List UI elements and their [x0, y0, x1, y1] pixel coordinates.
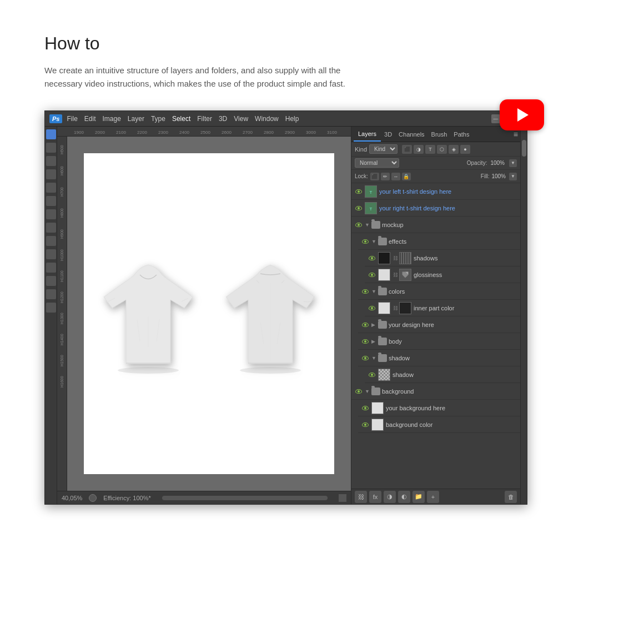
layer-item-glossiness[interactable]: ⛓ glossiness — [365, 266, 520, 283]
layer-item-your-design[interactable]: ▶ your design here — [358, 316, 520, 333]
youtube-play-button[interactable] — [500, 99, 544, 130]
layer-eye-left-design[interactable] — [354, 187, 364, 197]
menu-type[interactable]: Type — [151, 115, 165, 123]
layer-eye-mockup[interactable] — [354, 220, 364, 230]
panel-menu-icon[interactable]: ≡ — [514, 130, 518, 139]
minimize-button[interactable]: — — [491, 114, 500, 123]
layer-item-right-design[interactable]: T your right t-shirt design here — [351, 200, 520, 217]
tool-3[interactable] — [46, 156, 56, 166]
layer-eye-effects[interactable] — [360, 237, 370, 246]
expand-effects-icon[interactable]: ▼ — [371, 239, 378, 244]
menu-edit[interactable]: Edit — [84, 115, 96, 123]
fill-value: 100% — [491, 173, 506, 179]
menu-help[interactable]: Help — [285, 115, 299, 123]
add-layer-icon[interactable]: + — [427, 491, 439, 503]
expand-colors-icon[interactable]: ▼ — [371, 289, 378, 294]
lock-all-icon[interactable]: 🔒 — [402, 173, 411, 180]
menu-select[interactable]: Select — [172, 115, 190, 123]
layer-eye-shadow-folder[interactable] — [360, 353, 370, 363]
tool-5[interactable] — [46, 183, 56, 193]
tool-1[interactable] — [46, 129, 56, 139]
kind-select[interactable]: Kind — [369, 144, 398, 154]
layer-eye-right-design[interactable] — [354, 203, 364, 213]
tab-channels[interactable]: Channels — [395, 131, 427, 138]
layer-eye-inner-part[interactable] — [367, 303, 377, 313]
filter-toggle[interactable]: ● — [460, 145, 470, 154]
layer-eye-colors[interactable] — [360, 286, 370, 296]
tool-7[interactable] — [46, 209, 56, 219]
layer-item-shadow-folder[interactable]: ▼ shadow — [358, 350, 520, 366]
ruler-left-mark: H800 — [60, 203, 64, 224]
ps-layers-list[interactable]: T your left t-shirt design here T your r… — [351, 183, 520, 489]
scroll-right[interactable] — [339, 494, 346, 502]
ps-titlebar: Ps File Edit Image Layer Type Select Fil… — [45, 111, 527, 127]
link-layers-icon[interactable]: ⛓ — [355, 491, 367, 503]
fill-arrow[interactable]: ▼ — [509, 173, 517, 180]
layer-item-body[interactable]: ▶ body — [358, 333, 520, 350]
tool-13[interactable] — [46, 289, 56, 299]
layer-eye-background-color[interactable] — [360, 420, 370, 430]
filter-smart-icon[interactable]: ◈ — [449, 145, 459, 154]
tool-12[interactable] — [46, 276, 56, 286]
expand-mockup-icon[interactable]: ▼ — [365, 222, 371, 228]
layer-eye-your-background[interactable] — [360, 403, 370, 413]
expand-background-folder-icon[interactable]: ▼ — [365, 389, 371, 394]
layer-eye-shadows[interactable] — [367, 253, 377, 263]
filter-path-icon[interactable]: ⬡ — [437, 145, 447, 154]
tool-9[interactable] — [46, 236, 56, 246]
tool-11[interactable] — [46, 263, 56, 273]
blend-mode-select[interactable]: Normal — [355, 158, 399, 168]
layer-item-inner-part[interactable]: ⛓ inner part color — [365, 300, 520, 316]
horizontal-scrollbar[interactable] — [162, 496, 328, 500]
menu-view[interactable]: View — [234, 115, 248, 123]
tab-paths[interactable]: Paths — [450, 131, 472, 138]
layer-item-shadow-layer[interactable]: shadow — [365, 366, 520, 383]
opacity-arrow[interactable]: ▼ — [509, 159, 517, 167]
menu-file[interactable]: File — [67, 115, 77, 123]
layer-item-background-folder[interactable]: ▼ background — [351, 383, 520, 400]
filter-adjust-icon[interactable]: ◑ — [414, 145, 424, 154]
expand-body-icon[interactable]: ▶ — [371, 339, 378, 344]
tool-2[interactable] — [46, 143, 56, 153]
menu-filter[interactable]: Filter — [197, 115, 212, 123]
add-adjustment-icon[interactable]: ◐ — [398, 491, 410, 503]
layer-eye-glossiness[interactable] — [367, 270, 377, 280]
menu-3d[interactable]: 3D — [219, 115, 227, 123]
tab-layers[interactable]: Layers — [354, 127, 381, 142]
tshirt-back — [220, 253, 320, 375]
tool-14[interactable] — [46, 303, 56, 313]
delete-layer-icon[interactable]: 🗑 — [505, 491, 517, 503]
layer-item-mockup[interactable]: ▼ mockup — [351, 217, 520, 233]
add-folder-icon[interactable]: 📁 — [412, 491, 425, 503]
menu-layer[interactable]: Layer — [128, 115, 144, 123]
layer-item-your-background[interactable]: your background here — [358, 400, 520, 416]
add-style-icon[interactable]: fx — [369, 491, 381, 503]
layer-item-shadows[interactable]: ⛓ shadows — [365, 250, 520, 266]
layer-eye-your-design[interactable] — [360, 320, 370, 330]
ruler-mark: 2000 — [89, 130, 110, 135]
lock-artboard-icon[interactable]: ↔ — [391, 173, 400, 180]
lock-pixels-icon[interactable]: ⬛ — [370, 173, 379, 180]
scroll-thumb[interactable] — [522, 140, 526, 157]
lock-position-icon[interactable]: ✏ — [381, 173, 390, 180]
layer-item-left-design[interactable]: T your left t-shirt design here — [351, 183, 520, 200]
layer-eye-shadow-layer[interactable] — [367, 370, 377, 380]
tab-brush[interactable]: Brush — [428, 131, 451, 138]
menu-window[interactable]: Window — [255, 115, 279, 123]
tool-4[interactable] — [46, 169, 56, 179]
add-mask-icon[interactable]: ◑ — [384, 491, 396, 503]
layer-item-background-color[interactable]: background color — [358, 416, 520, 433]
layer-eye-body[interactable] — [360, 336, 370, 346]
expand-your-design-icon[interactable]: ▶ — [371, 322, 378, 328]
tool-8[interactable] — [46, 223, 56, 233]
expand-shadow-folder-icon[interactable]: ▼ — [371, 355, 378, 361]
filter-pixel-icon[interactable]: ⬛ — [402, 145, 412, 154]
layer-eye-background-folder[interactable] — [354, 386, 364, 396]
layer-item-colors[interactable]: ▼ colors — [358, 283, 520, 300]
tool-6[interactable] — [46, 196, 56, 206]
layer-item-effects[interactable]: ▼ effects — [358, 233, 520, 250]
tool-10[interactable] — [46, 249, 56, 259]
tab-3d[interactable]: 3D — [381, 131, 395, 138]
menu-image[interactable]: Image — [103, 115, 121, 123]
filter-text-icon[interactable]: T — [425, 145, 435, 154]
